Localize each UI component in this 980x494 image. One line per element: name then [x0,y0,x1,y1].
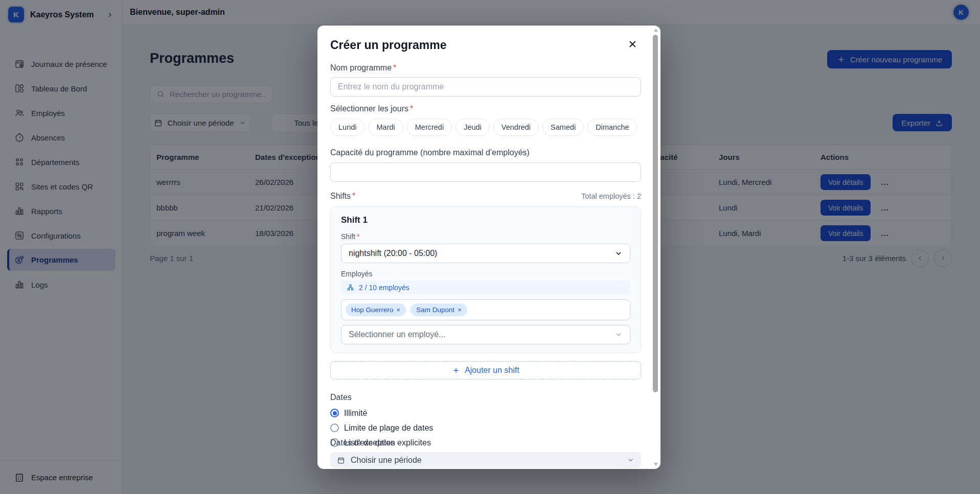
scroll-up-arrow[interactable] [654,29,658,32]
capacity-label: Capacité du programme (nombre maximal d'… [330,148,641,157]
remove-chip-icon[interactable]: × [397,306,401,314]
day-pill-samedi[interactable]: Samedi [542,119,584,136]
dates-label: Dates [330,393,641,402]
employee-chip[interactable]: Hop Guerrero × [346,303,406,316]
required-mark: * [357,232,359,241]
scroll-down-arrow[interactable] [654,463,658,466]
program-name-input[interactable] [330,77,641,97]
exception-period-label: Choisir une période [351,456,422,465]
modal-scrollbar[interactable] [653,27,658,467]
exception-period-select[interactable]: Choisir une période [330,452,641,468]
shift-select-label: Shift* [341,232,630,241]
remove-chip-icon[interactable]: × [458,306,462,314]
employee-select-placeholder: Sélectionner un employé... [349,330,445,339]
shift-select[interactable]: nightshift (20:00 - 05:00) [341,244,630,263]
create-program-modal: ✕ Créer un programme Nom programme* Séle… [317,26,660,469]
selected-employees-box[interactable]: Hop Guerrero × Sam Dupont × [341,299,630,320]
day-pill-mardi[interactable]: Mardi [368,119,403,136]
day-pill-vendredi[interactable]: Vendredi [493,119,539,136]
name-label: Nom programme* [330,63,641,73]
required-mark: * [352,192,355,200]
employee-select[interactable]: Sélectionner un employé... [341,325,630,344]
required-mark: * [410,104,413,113]
employees-label: Employés [341,270,630,278]
add-shift-button[interactable]: Ajouter un shift [330,361,641,380]
plus-icon [452,366,460,374]
chevron-down-icon [614,331,623,339]
scrollbar-thumb[interactable] [653,35,658,392]
employee-chip-label: Hop Guerrero [351,306,394,314]
total-employees: Total employés : 2 [581,192,641,200]
radio-illimite[interactable]: Illimité [330,408,641,418]
radio-label: Illimité [344,409,367,418]
radio-limite-plage[interactable]: Limite de plage de dates [330,423,641,433]
shift-card: Shift 1 Shift* nightshift (20:00 - 05:00… [330,206,641,353]
employee-count-text: 2 / 10 employés [359,284,409,292]
capacity-input[interactable] [330,162,641,182]
modal-title: Créer un programme [330,38,641,52]
day-pill-dimanche[interactable]: Dimanche [587,119,637,136]
shift-card-title: Shift 1 [341,215,630,225]
shifts-label: Shifts* [330,192,355,201]
exception-dates-label: Dates d'exception [330,438,641,448]
shift-select-value: nightshift (20:00 - 05:00) [349,249,437,258]
calendar-icon [337,456,345,464]
day-pill-mercredi[interactable]: Mercredi [407,119,452,136]
employee-chip-label: Sam Dupont [416,306,454,314]
day-pills: Lundi Mardi Mercredi Jeudi Vendredi Same… [330,119,641,136]
employee-count-bar: 2 / 10 employés [341,280,630,294]
close-icon[interactable]: ✕ [628,39,637,50]
day-pill-jeudi[interactable]: Jeudi [455,119,490,136]
add-shift-label: Ajouter un shift [465,366,519,375]
radio-label: Limite de plage de dates [344,424,433,433]
chevron-down-icon [627,456,634,464]
org-chart-icon [347,284,354,291]
required-mark: * [393,63,396,72]
day-pill-lundi[interactable]: Lundi [330,119,364,136]
employee-chip[interactable]: Sam Dupont × [411,303,467,316]
radio-button[interactable] [330,409,339,417]
chevron-down-icon [614,249,623,257]
radio-button[interactable] [330,424,339,432]
days-label: Sélectionner les jours* [330,104,641,113]
